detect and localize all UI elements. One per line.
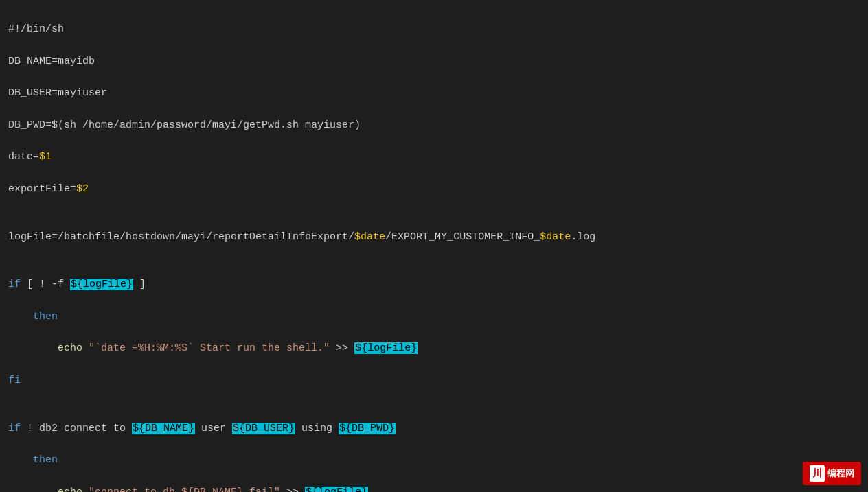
code-editor: #!/bin/sh DB_NAME=mayidb DB_USER=mayiuse… [0, 0, 868, 492]
exportfile-line: exportFile=$2 [8, 183, 89, 195]
logo-text: 编程网 [827, 467, 854, 480]
logo-icon: 川 [810, 465, 825, 482]
if-logfile-line: if [ ! -f ${logFile} ] [8, 279, 146, 290]
shebang-line: #!/bin/sh [8, 23, 64, 35]
site-logo: 川 编程网 [803, 462, 861, 485]
date-line: date=$1 [8, 151, 52, 163]
if-db2-line: if ! db2 connect to ${DB_NAME} user ${DB… [8, 423, 396, 434]
logfile-line: logFile=/batchfile/hostdown/mayi/reportD… [8, 231, 595, 243]
fi1-line: fi [8, 375, 21, 386]
echo1-line: echo "`date +%H:%M:%S` Start run the she… [8, 342, 418, 354]
then1-line: then [8, 311, 58, 323]
then2-line: then [8, 454, 58, 466]
dbpwd-line: DB_PWD=$(sh /home/admin/password/mayi/ge… [8, 119, 361, 131]
dbuser-line: DB_USER=mayiuser [8, 87, 107, 99]
dbname-line: DB_NAME=mayidb [8, 56, 95, 67]
echo-connect-line: echo "connect to db ${DB_NAME} fail" >> … [8, 487, 368, 493]
